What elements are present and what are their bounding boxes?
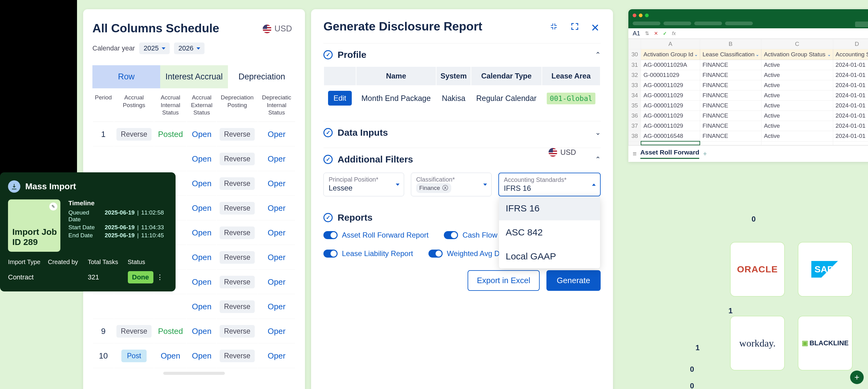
- ribbon-tab[interactable]: [633, 22, 660, 25]
- maximize-icon[interactable]: [570, 22, 580, 31]
- hamburger-icon[interactable]: ≡: [633, 150, 637, 158]
- sap-logo: SAP: [798, 242, 852, 297]
- check-icon: ✓: [323, 213, 333, 222]
- chevron-down-icon: [396, 184, 400, 186]
- fab-add-button[interactable]: +: [850, 370, 864, 384]
- chevron-down-icon: ⌄: [827, 52, 831, 57]
- ribbon-tab[interactable]: [694, 22, 722, 25]
- reverse-button[interactable]: Reverse: [220, 251, 255, 264]
- table-row[interactable]: 34AG-000011029FINANCEActive2024-01-01: [629, 91, 868, 101]
- table-row: 10PostOpenOpenReverseOper: [93, 344, 295, 368]
- table-row: 9ReversePostedOpenReverseOper: [93, 319, 295, 344]
- flag-icon: [549, 148, 557, 157]
- minimize-icon[interactable]: [549, 22, 559, 31]
- reverse-button[interactable]: Reverse: [220, 177, 255, 190]
- currency-display: USD: [263, 24, 292, 34]
- chevron-up-icon[interactable]: ⌃: [595, 51, 601, 59]
- check-icon: ✓: [323, 128, 333, 137]
- classification-dropdown[interactable]: Classification* Financeⓧ: [411, 173, 492, 196]
- reverse-button[interactable]: Reverse: [220, 300, 255, 313]
- reverse-button[interactable]: Reverse: [220, 153, 255, 165]
- table-row[interactable]: 33AG-000011029FINANCEActive2024-01-01: [629, 80, 868, 91]
- chevron-up-icon[interactable]: ⌃: [595, 155, 601, 163]
- toggle-asset-roll-forward[interactable]: [323, 231, 338, 239]
- generate-button[interactable]: Generate: [547, 270, 601, 291]
- more-icon[interactable]: ⋮: [156, 273, 163, 281]
- table-row: 1ReversePostedOpenReverseOper: [93, 123, 295, 147]
- table-row[interactable]: 38AG-000016548FINANCEActive2024-01-01: [629, 131, 868, 141]
- blackline-logo: ▣BLACKLINE: [798, 316, 852, 370]
- spreadsheet-grid[interactable]: A B C D 30 Activation Group Id⌄ Lease Cl…: [628, 39, 868, 145]
- mass-import-panel: Mass Import ✎ Import Job ID 289 Timeline…: [0, 172, 176, 291]
- classification-chip[interactable]: Financeⓧ: [416, 183, 452, 193]
- chevron-up-icon: [592, 184, 596, 186]
- reverse-button[interactable]: Reverse: [220, 276, 255, 288]
- ribbon-tab[interactable]: [663, 22, 691, 25]
- check-icon: ✓: [323, 50, 333, 59]
- option-ifrs16[interactable]: IFRS 16: [499, 196, 600, 220]
- data-inputs-section[interactable]: ✓ Data Inputs ⌄: [323, 121, 601, 138]
- post-button[interactable]: Post: [121, 350, 147, 362]
- cancel-icon[interactable]: ✕: [654, 30, 658, 36]
- ribbon-tab[interactable]: [725, 22, 753, 25]
- reverse-button[interactable]: Reverse: [220, 227, 255, 239]
- window-close-dot[interactable]: [633, 13, 637, 17]
- toggle-weighted-avg[interactable]: [429, 250, 443, 258]
- year-2025-dropdown[interactable]: 2025: [139, 42, 170, 54]
- window-min-dot[interactable]: [639, 13, 643, 17]
- toggle-cash-flow[interactable]: [444, 231, 458, 239]
- spreadsheet-window: A1 ⇅ ✕ ✓ fx A B C D 30 Activation Group …: [628, 9, 868, 162]
- search-icon[interactable]: [855, 22, 868, 27]
- flag-icon: [263, 25, 271, 33]
- export-excel-button[interactable]: Export in Excel: [468, 270, 539, 291]
- reverse-button[interactable]: Reverse: [117, 128, 152, 141]
- tab-depreciation[interactable]: Depreciation: [228, 65, 296, 88]
- add-sheet-icon[interactable]: +: [703, 150, 707, 158]
- window-max-dot[interactable]: [645, 13, 649, 17]
- timeline-block: Timeline Queued Date2025-06-19|11:02:58 …: [68, 199, 164, 252]
- option-asc842[interactable]: ASC 842: [499, 220, 600, 245]
- fx-label: fx: [672, 31, 676, 36]
- reverse-button[interactable]: Reverse: [220, 350, 255, 362]
- accept-icon[interactable]: ✓: [663, 30, 667, 36]
- toggle-lease-liability[interactable]: [323, 250, 338, 258]
- up-down-icon[interactable]: ⇅: [645, 30, 649, 36]
- table-row[interactable]: 35AG-000011029FINANCEActive2024-01-01: [629, 101, 868, 111]
- chevron-down-icon: ⌄: [694, 52, 698, 57]
- tab-interest-accrual[interactable]: Interest Accrual: [160, 65, 228, 88]
- chevron-down-icon: [483, 184, 487, 186]
- disclosure-report-panel: Generate Disclosure Report ✕ ✓ Profile ⌃…: [311, 9, 613, 389]
- reverse-button[interactable]: Reverse: [117, 325, 152, 337]
- edit-button[interactable]: Edit: [328, 91, 352, 105]
- chevron-down-icon[interactable]: ⌄: [595, 129, 601, 137]
- oracle-logo: ORACLE: [730, 242, 785, 297]
- tab-row[interactable]: Row: [92, 65, 160, 88]
- table-row[interactable]: 37AG-000011029FINANCEActive2024-01-01: [629, 121, 868, 131]
- table-row[interactable]: 31AG-000011029AFINANCEActive2024-01-01: [629, 60, 868, 70]
- year-2026-dropdown[interactable]: 2026: [174, 42, 205, 54]
- check-icon: ✓: [323, 155, 333, 164]
- principal-position-dropdown[interactable]: Principal Position* Lessee: [323, 173, 404, 196]
- close-icon[interactable]: ✕: [591, 22, 601, 31]
- edit-icon[interactable]: ✎: [49, 202, 57, 210]
- profile-section: ✓ Profile ⌃ Name System Calendar Type Le…: [323, 43, 601, 111]
- horizontal-scrollbar[interactable]: [163, 372, 225, 375]
- table-row: OpenReverseOper: [93, 147, 295, 171]
- chevron-down-icon: ⌄: [755, 52, 759, 57]
- reverse-button[interactable]: Reverse: [220, 202, 255, 215]
- remove-chip-icon: ⓧ: [442, 184, 448, 192]
- accounting-standards-dropdown[interactable]: Accounting Standards* IFRS 16 IFRS 16 AS…: [498, 173, 601, 196]
- table-row[interactable]: 32G-000011029FINANCEActive2024-01-01: [629, 70, 868, 80]
- table-row[interactable]: 36AG-000011029FINANCEActive2024-01-01: [629, 111, 868, 121]
- lease-area-tag: 001-Global: [547, 93, 595, 104]
- additional-filters-section: ✓ Additional Filters USD ⌃ Principal Pos…: [323, 148, 601, 196]
- chevron-down-icon: [196, 47, 200, 50]
- table-row: OpenReverseOper: [93, 295, 295, 319]
- sheet-tab[interactable]: Asset Roll Forward: [640, 149, 699, 159]
- active-cell-ref[interactable]: A1: [633, 30, 640, 37]
- dropdown-menu: IFRS 16 ASC 842 Local GAAP: [499, 196, 600, 268]
- import-job-card[interactable]: ✎ Import Job ID 289: [8, 199, 60, 252]
- reverse-button[interactable]: Reverse: [220, 128, 255, 141]
- reverse-button[interactable]: Reverse: [220, 325, 255, 337]
- option-local-gaap[interactable]: Local GAAP: [499, 245, 600, 268]
